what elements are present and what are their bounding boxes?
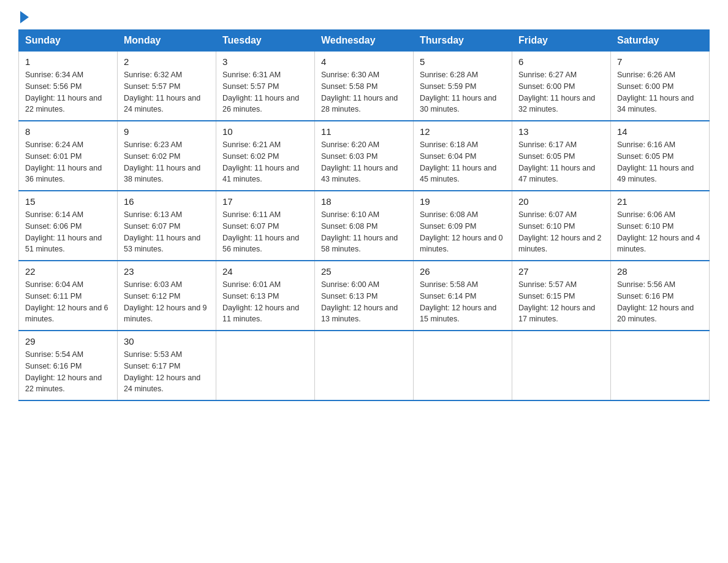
day-number: 24: [222, 266, 308, 277]
day-number: 11: [321, 126, 407, 137]
day-number: 13: [518, 126, 604, 137]
calendar-cell: [414, 331, 512, 400]
calendar-cell: [611, 331, 710, 400]
calendar-cell: 7Sunrise: 6:26 AMSunset: 6:00 PMDaylight…: [611, 52, 710, 121]
day-info: Sunrise: 6:14 AMSunset: 6:06 PMDaylight:…: [25, 209, 111, 255]
week-row: 8Sunrise: 6:24 AMSunset: 6:01 PMDaylight…: [19, 121, 710, 191]
calendar-cell: 12Sunrise: 6:18 AMSunset: 6:04 PMDayligh…: [414, 121, 512, 191]
day-number: 8: [25, 126, 111, 137]
calendar-cell: 18Sunrise: 6:10 AMSunset: 6:08 PMDayligh…: [315, 191, 414, 261]
day-number: 21: [617, 196, 703, 207]
day-number: 12: [420, 126, 506, 137]
day-number: 14: [617, 126, 703, 137]
calendar-cell: 26Sunrise: 5:58 AMSunset: 6:14 PMDayligh…: [414, 261, 512, 331]
calendar-cell: 13Sunrise: 6:17 AMSunset: 6:05 PMDayligh…: [512, 121, 611, 191]
day-number: 3: [222, 56, 308, 67]
calendar-cell: 28Sunrise: 5:56 AMSunset: 6:16 PMDayligh…: [611, 261, 710, 331]
day-info: Sunrise: 6:30 AMSunset: 5:58 PMDaylight:…: [321, 69, 407, 115]
col-header-wednesday: Wednesday: [315, 30, 414, 52]
day-info: Sunrise: 6:34 AMSunset: 5:56 PMDaylight:…: [25, 69, 111, 115]
day-info: Sunrise: 6:28 AMSunset: 5:59 PMDaylight:…: [420, 69, 506, 115]
day-info: Sunrise: 6:20 AMSunset: 6:03 PMDaylight:…: [321, 139, 407, 185]
day-number: 28: [617, 266, 703, 277]
day-number: 25: [321, 266, 407, 277]
col-header-friday: Friday: [512, 30, 611, 52]
calendar-cell: 30Sunrise: 5:53 AMSunset: 6:17 PMDayligh…: [118, 331, 216, 400]
day-number: 22: [25, 266, 111, 277]
col-header-sunday: Sunday: [19, 30, 118, 52]
day-number: 18: [321, 196, 407, 207]
day-number: 29: [25, 336, 111, 347]
logo: [18, 12, 29, 23]
calendar-cell: 27Sunrise: 5:57 AMSunset: 6:15 PMDayligh…: [512, 261, 611, 331]
day-info: Sunrise: 6:18 AMSunset: 6:04 PMDaylight:…: [420, 139, 506, 185]
day-info: Sunrise: 6:10 AMSunset: 6:08 PMDaylight:…: [321, 209, 407, 255]
day-number: 10: [222, 126, 308, 137]
day-info: Sunrise: 6:00 AMSunset: 6:13 PMDaylight:…: [321, 279, 407, 325]
day-info: Sunrise: 6:23 AMSunset: 6:02 PMDaylight:…: [124, 139, 210, 185]
day-number: 26: [420, 266, 506, 277]
calendar-cell: 6Sunrise: 6:27 AMSunset: 6:00 PMDaylight…: [512, 52, 611, 121]
day-info: Sunrise: 5:58 AMSunset: 6:14 PMDaylight:…: [420, 279, 506, 325]
day-info: Sunrise: 6:08 AMSunset: 6:09 PMDaylight:…: [420, 209, 506, 255]
day-number: 30: [124, 336, 210, 347]
calendar-cell: 3Sunrise: 6:31 AMSunset: 5:57 PMDaylight…: [216, 52, 315, 121]
day-info: Sunrise: 5:57 AMSunset: 6:15 PMDaylight:…: [518, 279, 604, 325]
day-info: Sunrise: 5:56 AMSunset: 6:16 PMDaylight:…: [617, 279, 703, 325]
calendar-cell: 22Sunrise: 6:04 AMSunset: 6:11 PMDayligh…: [19, 261, 118, 331]
calendar-cell: 24Sunrise: 6:01 AMSunset: 6:13 PMDayligh…: [216, 261, 315, 331]
day-number: 15: [25, 196, 111, 207]
day-number: 17: [222, 196, 308, 207]
day-info: Sunrise: 5:54 AMSunset: 6:16 PMDaylight:…: [25, 349, 111, 395]
day-number: 2: [124, 56, 210, 67]
calendar-cell: 19Sunrise: 6:08 AMSunset: 6:09 PMDayligh…: [414, 191, 512, 261]
day-number: 1: [25, 56, 111, 67]
calendar-cell: 5Sunrise: 6:28 AMSunset: 5:59 PMDaylight…: [414, 52, 512, 121]
day-number: 20: [518, 196, 604, 207]
col-header-saturday: Saturday: [611, 30, 710, 52]
calendar-cell: 9Sunrise: 6:23 AMSunset: 6:02 PMDaylight…: [118, 121, 216, 191]
day-info: Sunrise: 6:01 AMSunset: 6:13 PMDaylight:…: [222, 279, 308, 325]
day-number: 5: [420, 56, 506, 67]
day-info: Sunrise: 6:17 AMSunset: 6:05 PMDaylight:…: [518, 139, 604, 185]
calendar-cell: 14Sunrise: 6:16 AMSunset: 6:05 PMDayligh…: [611, 121, 710, 191]
week-row: 22Sunrise: 6:04 AMSunset: 6:11 PMDayligh…: [19, 261, 710, 331]
day-info: Sunrise: 5:53 AMSunset: 6:17 PMDaylight:…: [124, 349, 210, 395]
calendar-cell: 16Sunrise: 6:13 AMSunset: 6:07 PMDayligh…: [118, 191, 216, 261]
col-header-thursday: Thursday: [414, 30, 512, 52]
day-info: Sunrise: 6:26 AMSunset: 6:00 PMDaylight:…: [617, 69, 703, 115]
day-info: Sunrise: 6:06 AMSunset: 6:10 PMDaylight:…: [617, 209, 703, 255]
day-info: Sunrise: 6:24 AMSunset: 6:01 PMDaylight:…: [25, 139, 111, 185]
day-info: Sunrise: 6:07 AMSunset: 6:10 PMDaylight:…: [518, 209, 604, 255]
calendar-cell: 2Sunrise: 6:32 AMSunset: 5:57 PMDaylight…: [118, 52, 216, 121]
week-row: 29Sunrise: 5:54 AMSunset: 6:16 PMDayligh…: [19, 331, 710, 400]
calendar-cell: 21Sunrise: 6:06 AMSunset: 6:10 PMDayligh…: [611, 191, 710, 261]
calendar-cell: 10Sunrise: 6:21 AMSunset: 6:02 PMDayligh…: [216, 121, 315, 191]
day-info: Sunrise: 6:21 AMSunset: 6:02 PMDaylight:…: [222, 139, 308, 185]
calendar-header-row: SundayMondayTuesdayWednesdayThursdayFrid…: [19, 30, 710, 52]
week-row: 1Sunrise: 6:34 AMSunset: 5:56 PMDaylight…: [19, 52, 710, 121]
day-number: 6: [518, 56, 604, 67]
calendar-cell: [512, 331, 611, 400]
col-header-monday: Monday: [118, 30, 216, 52]
calendar-cell: 20Sunrise: 6:07 AMSunset: 6:10 PMDayligh…: [512, 191, 611, 261]
calendar-cell: 25Sunrise: 6:00 AMSunset: 6:13 PMDayligh…: [315, 261, 414, 331]
calendar-cell: [315, 331, 414, 400]
day-info: Sunrise: 6:31 AMSunset: 5:57 PMDaylight:…: [222, 69, 308, 115]
day-info: Sunrise: 6:11 AMSunset: 6:07 PMDaylight:…: [222, 209, 308, 255]
calendar-cell: 1Sunrise: 6:34 AMSunset: 5:56 PMDaylight…: [19, 52, 118, 121]
day-info: Sunrise: 6:32 AMSunset: 5:57 PMDaylight:…: [124, 69, 210, 115]
day-info: Sunrise: 6:03 AMSunset: 6:12 PMDaylight:…: [124, 279, 210, 325]
calendar-cell: 11Sunrise: 6:20 AMSunset: 6:03 PMDayligh…: [315, 121, 414, 191]
calendar-cell: 29Sunrise: 5:54 AMSunset: 6:16 PMDayligh…: [19, 331, 118, 400]
day-number: 19: [420, 196, 506, 207]
page-header: [18, 12, 710, 23]
day-info: Sunrise: 6:13 AMSunset: 6:07 PMDaylight:…: [124, 209, 210, 255]
day-number: 23: [124, 266, 210, 277]
day-info: Sunrise: 6:04 AMSunset: 6:11 PMDaylight:…: [25, 279, 111, 325]
calendar-cell: 15Sunrise: 6:14 AMSunset: 6:06 PMDayligh…: [19, 191, 118, 261]
day-info: Sunrise: 6:27 AMSunset: 6:00 PMDaylight:…: [518, 69, 604, 115]
calendar-table: SundayMondayTuesdayWednesdayThursdayFrid…: [18, 29, 710, 401]
calendar-cell: [216, 331, 315, 400]
logo-arrow-icon: [20, 11, 29, 23]
